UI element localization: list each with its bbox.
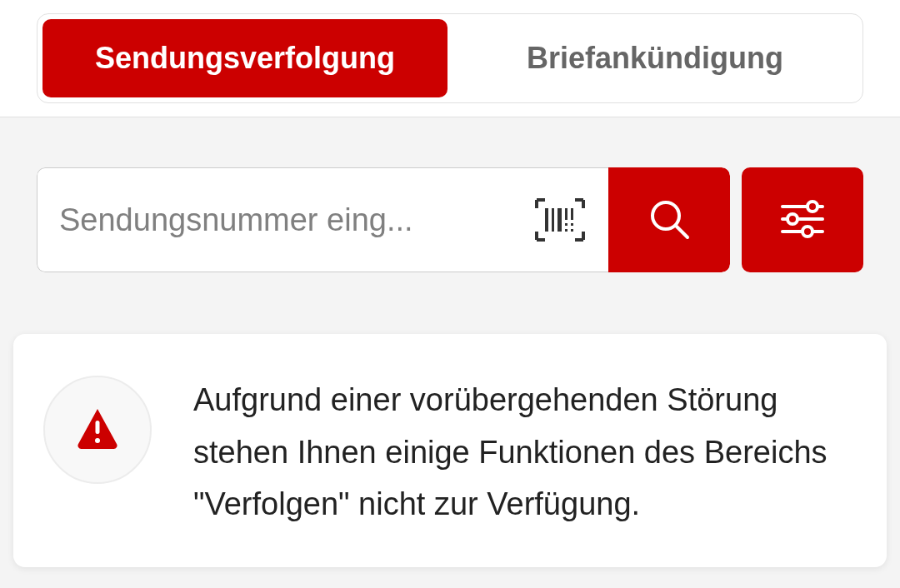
search-button[interactable] — [608, 167, 730, 272]
svg-rect-6 — [571, 223, 573, 226]
tabs-container: Sendungsverfolgung Briefankündigung — [37, 13, 863, 103]
tab-letter-notification[interactable]: Briefankündigung — [452, 19, 858, 97]
filter-settings-button[interactable] — [742, 167, 863, 272]
alert-message: Aufgrund einer vorübergehenden Störung s… — [193, 371, 857, 531]
svg-point-18 — [95, 438, 100, 443]
svg-rect-3 — [565, 208, 568, 220]
svg-rect-5 — [565, 223, 568, 226]
svg-line-10 — [676, 226, 688, 237]
search-icon — [646, 196, 692, 245]
svg-rect-4 — [571, 208, 573, 220]
warning-icon — [75, 406, 120, 454]
search-section — [0, 117, 900, 272]
svg-rect-0 — [545, 208, 548, 232]
tabs-section: Sendungsverfolgung Briefankündigung — [0, 0, 900, 117]
sliders-icon — [779, 198, 826, 242]
alert-card: Aufgrund einer vorübergehenden Störung s… — [13, 334, 887, 567]
tab-tracking[interactable]: Sendungsverfolgung — [42, 19, 448, 97]
barcode-scan-icon[interactable] — [533, 197, 587, 243]
svg-rect-2 — [558, 208, 562, 232]
tracking-number-input[interactable] — [59, 202, 518, 238]
svg-rect-17 — [96, 421, 100, 434]
alert-icon-container — [43, 376, 152, 484]
search-row — [37, 167, 863, 272]
svg-rect-8 — [571, 229, 573, 232]
search-input-group — [37, 167, 730, 272]
svg-point-14 — [788, 214, 798, 224]
search-input-wrapper — [37, 167, 608, 272]
svg-rect-1 — [552, 208, 554, 232]
svg-rect-7 — [565, 229, 568, 232]
svg-point-16 — [802, 227, 812, 237]
svg-point-12 — [808, 202, 818, 212]
